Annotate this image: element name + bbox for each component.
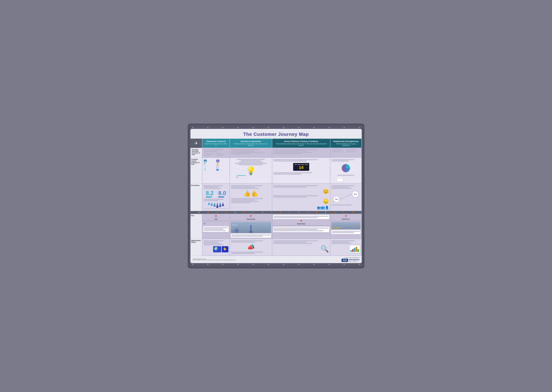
- dot: [313, 127, 315, 128]
- bulb-icon: 💡: [231, 166, 271, 175]
- touch-icon: 👆: [222, 246, 228, 252]
- row-risk: Risk 📍 High ✈: [190, 214, 362, 239]
- label-risk: Risk: [190, 214, 202, 239]
- footer: © B2B International Ltd 2015 B2B Interna…: [190, 256, 362, 263]
- bar-3: [354, 248, 356, 252]
- dot: [222, 127, 224, 128]
- risk-level-relationship: Medium/Low: [331, 218, 360, 220]
- orange-dots: [190, 211, 362, 213]
- bar-5: [357, 249, 359, 252]
- cell-opps-relationship: [330, 239, 361, 256]
- map-icon: 🌍: [213, 246, 221, 252]
- col-header-relationship: Relationship Strengthening "How we manag…: [330, 139, 361, 148]
- city-scene-decision: ☁ ☁ ✈: [231, 222, 271, 233]
- journey-table: ✈ Awareness & Interest "How the customer…: [190, 139, 362, 256]
- address-text: B2B International, 14 Hills Place, Oxfor…: [193, 259, 236, 260]
- bottom-dots: [190, 263, 362, 266]
- copyright-text: © B2B International Ltd 2015: [193, 258, 236, 259]
- sad-face-icon: 😞: [323, 199, 329, 204]
- smiley-sad: 😞: [273, 198, 329, 205]
- cell-risk-service: 📍 Medium/High: [272, 214, 330, 239]
- row-internally: Internally perceived moments of truth: [190, 148, 362, 158]
- lightbulb-visual: 💡: [231, 166, 271, 179]
- clouds-icon: ☁ ☁: [232, 224, 237, 226]
- dot: [359, 264, 360, 265]
- row-perceptions: Perceptions 8.2 8.0: [190, 184, 362, 211]
- magnifier-icon: 🔍: [320, 245, 329, 253]
- dashed-line-service: [273, 225, 329, 226]
- top-dots: [190, 126, 362, 129]
- nps-board: NPS: TIME FLIGHT DATE 14: [293, 163, 309, 171]
- percentage-visual: 70% 22%: [332, 190, 360, 203]
- pin-medium-high-decision: 📍 Medium/High: [231, 215, 271, 220]
- chart-tablet: [349, 245, 360, 253]
- airplane-icon: ✈: [203, 222, 206, 226]
- dot: [268, 264, 269, 265]
- footer-right: Data from B2B International B2B Internat…: [341, 257, 359, 262]
- speech-bubble-decision: [231, 234, 271, 238]
- score-left: 8.2: [206, 190, 214, 197]
- wire-icon: [237, 175, 246, 178]
- dot: [207, 127, 209, 128]
- dot: [237, 264, 239, 265]
- speech-bubble-service-top: [273, 215, 329, 219]
- cell-perceptions-relationship: 70% 22%: [330, 184, 361, 211]
- cell-internally-decision: [230, 148, 272, 158]
- speech-bubble-relationship: [331, 230, 360, 234]
- cell-perceptions-decision: 👍 👍: [230, 184, 272, 211]
- pin-high: 📍 High: [203, 215, 229, 220]
- cell-perceptions-service: 😊 😞 👥👥👤: [272, 184, 330, 211]
- separator-cell: [190, 211, 362, 214]
- inner-frame: The Customer Journey Map ✈ Awareness & I…: [190, 129, 362, 263]
- pie-chart-visual: [332, 162, 360, 175]
- pie-chart: [341, 163, 351, 173]
- risk-level-awareness: High: [203, 218, 229, 220]
- people-group: 👥👥👤: [273, 206, 329, 210]
- card-icon: ▬: [204, 160, 207, 162]
- pin-medium-high-service: 📍 Medium/High: [273, 220, 329, 224]
- dot: [298, 264, 299, 265]
- computer-icon: 🖥: [216, 160, 219, 162]
- logo-area: B2B International a gyro company: [341, 259, 359, 262]
- col-header-decision: Decision & Agreement "What customers con…: [230, 139, 272, 148]
- title-bar: The Customer Journey Map: [190, 129, 362, 139]
- dot: [283, 264, 284, 265]
- score-bar-right: [218, 196, 224, 197]
- dot: [237, 127, 239, 128]
- dot: [207, 264, 209, 265]
- papers-visual: [332, 176, 360, 182]
- cell-opps-service: 🔍: [272, 239, 330, 256]
- thumbs-right-icon: 👍: [251, 190, 258, 197]
- col-header-decision-label: Decision & Agreement: [241, 140, 261, 142]
- dot: [343, 127, 345, 128]
- pin-icon-service: 📍: [299, 220, 303, 223]
- data-source: Data from B2B International: [345, 257, 359, 258]
- dot: [328, 127, 330, 128]
- bottle-icon: 🧴: [204, 168, 206, 171]
- taxi-icon-2: 🚕: [335, 226, 337, 229]
- col-header-awareness: Awareness & Interest "How the customers …: [202, 139, 230, 148]
- row-customer: Customer current moments of truth ▬: [190, 158, 362, 184]
- logo-caption: a gyro company: [349, 261, 359, 262]
- plane-decision-icon: ✈: [269, 229, 270, 231]
- score-bar-left: [206, 196, 212, 197]
- cell-customer-service: NPS: TIME FLIGHT DATE 14: [272, 158, 330, 184]
- pct-22-badge: 22%: [352, 191, 359, 197]
- label-perceptions: Perceptions: [190, 184, 202, 211]
- pin-medium-low: 📍 Medium/Low: [331, 215, 360, 220]
- taxi-icon: 🚕: [332, 226, 334, 229]
- nps-display: NPS: TIME FLIGHT DATE 14: [273, 162, 329, 171]
- globe-visual: 🌍 👆: [203, 246, 228, 253]
- label-customer: Customer current moments of truth: [190, 158, 202, 184]
- logo-text-area: International a gyro company: [349, 259, 359, 262]
- header-row: ✈ Awareness & Interest "How the customer…: [190, 139, 362, 148]
- megaphone-visual: 📣: [231, 244, 271, 251]
- search-visual: 🔍: [273, 245, 329, 253]
- tablet-visual: [332, 245, 360, 253]
- cell-risk-relationship: 📍 Medium/Low 🚕 🚕 🚕: [330, 214, 361, 239]
- cell-customer-awareness: ▬ ✉ 📧: [202, 158, 230, 184]
- megaphone-icon: 📣: [247, 244, 255, 251]
- risk-level-decision: Medium/High: [231, 218, 271, 220]
- email-icon: 📧: [204, 166, 206, 168]
- col-header-relationship-label: Relationship Strengthening: [333, 140, 358, 142]
